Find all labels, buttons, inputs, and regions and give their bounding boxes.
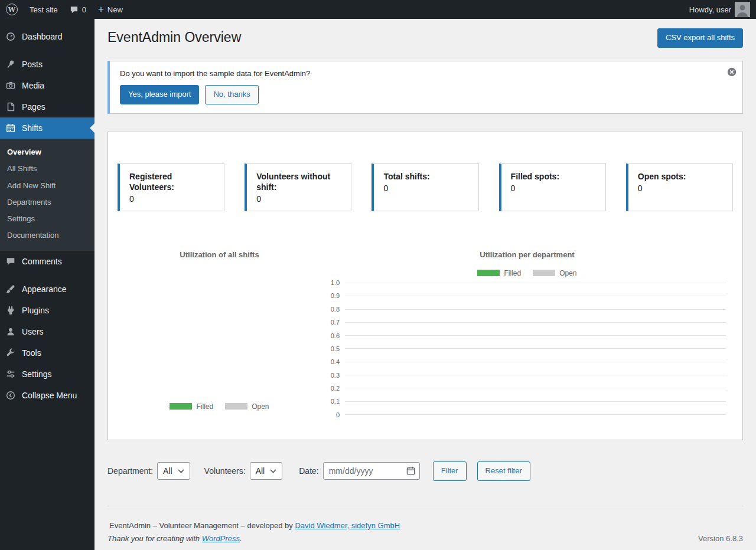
stat-value: 0 xyxy=(638,184,723,193)
sidebar-item-label: Shifts xyxy=(22,123,43,133)
admin-bar-left: W Test site 0 + New xyxy=(0,0,129,19)
credit-text: EventAdmin – Volunteer Management – deve… xyxy=(109,521,295,530)
sidebar-item-users[interactable]: Users xyxy=(0,321,94,342)
sliders-icon xyxy=(5,368,17,380)
my-account-menu[interactable]: Howdy, user xyxy=(683,0,756,19)
stats-row: Registered Volunteers: 0 Volunteers with… xyxy=(118,163,733,211)
comments-icon xyxy=(5,256,17,267)
chart-gridlines xyxy=(345,283,726,415)
document-icon xyxy=(5,101,17,113)
thank-you-text: Thank you for creating with WordPress. xyxy=(107,534,242,543)
shifts-submenu: Overview All Shifts Add New Shift Depart… xyxy=(0,139,94,251)
content-area: EventAdmin Overview CSV export all shift… xyxy=(94,0,756,550)
sidebar-item-comments[interactable]: Comments xyxy=(0,251,94,272)
utilization-per-department-chart: Utilization per department Filled Open xyxy=(321,250,733,415)
notice-message: Do you want to import the sample data fo… xyxy=(120,69,716,78)
date-input[interactable] xyxy=(323,462,420,480)
menu-separator xyxy=(0,47,94,54)
sidebar-subitem-overview[interactable]: Overview xyxy=(0,144,94,161)
chevron-down-icon xyxy=(270,469,276,473)
notice-buttons: Yes, please import No, thanks xyxy=(120,85,716,104)
reset-filter-button[interactable]: Reset filter xyxy=(477,461,530,481)
sidebar-item-shifts[interactable]: Shifts xyxy=(0,117,94,139)
sidebar-item-label: Collapse Menu xyxy=(22,390,77,401)
csv-export-button[interactable]: CSV export all shifts xyxy=(657,28,743,48)
sidebar-item-label: Media xyxy=(22,80,44,91)
wordpress-logo-icon: W xyxy=(6,4,18,15)
sidebar-item-label: Comments xyxy=(22,256,62,267)
sidebar-subitem-documentation[interactable]: Documentation xyxy=(0,227,94,244)
sidebar-item-posts[interactable]: Posts xyxy=(0,54,94,75)
avatar xyxy=(735,2,750,17)
sidebar-subitem-settings[interactable]: Settings xyxy=(0,211,94,227)
legend-item-open[interactable]: Open xyxy=(225,402,269,411)
site-name-menu[interactable]: Test site xyxy=(24,0,64,19)
stat-label: Total shifts: xyxy=(383,171,468,182)
filled-swatch xyxy=(170,403,192,410)
wordpress-menu[interactable]: W xyxy=(0,0,24,19)
legend-label: Open xyxy=(559,269,576,277)
page-title: EventAdmin Overview xyxy=(107,29,241,47)
sidebar-subitem-departments[interactable]: Departments xyxy=(0,194,94,211)
paintbrush-icon xyxy=(5,283,17,295)
chart-title: Utilization of all shifts xyxy=(118,250,321,259)
import-yes-button[interactable]: Yes, please import xyxy=(120,85,199,104)
developer-link[interactable]: David Wiedmer, sidefyn GmbH xyxy=(295,521,400,530)
comments-count: 0 xyxy=(82,5,86,14)
wordpress-link[interactable]: WordPress xyxy=(202,534,240,543)
filter-bar: Department: All Volunteers: All Date: xyxy=(107,461,743,481)
sidebar-item-label: Appearance xyxy=(22,284,67,294)
stat-value: 0 xyxy=(129,194,214,204)
sidebar-item-dashboard[interactable]: Dashboard xyxy=(0,26,94,47)
sidebar-subitem-all-shifts[interactable]: All Shifts xyxy=(0,161,94,177)
new-label: New xyxy=(107,5,123,14)
admin-bar: W Test site 0 + New Howdy, user xyxy=(0,0,756,19)
main-content: EventAdmin Overview CSV export all shift… xyxy=(94,19,756,506)
version-label: Version 6.8.3 xyxy=(698,534,743,543)
collapse-arrow-icon xyxy=(5,389,17,401)
new-content-menu[interactable]: + New xyxy=(92,0,129,19)
stat-card-volunteers-without-shift: Volunteers without shift: 0 xyxy=(245,163,351,211)
plus-icon: + xyxy=(98,4,104,14)
bar-chart-plot: 1.0 0.9 0.8 0.7 0.6 0.5 0.4 0.3 0.2 0.1 … xyxy=(321,283,733,415)
collapse-menu-button[interactable]: Collapse Menu xyxy=(0,385,94,406)
legend-label: Open xyxy=(252,402,269,411)
volunteers-select[interactable]: All xyxy=(250,462,283,480)
calendar-icon xyxy=(5,122,17,134)
legend-item-filled[interactable]: Filled xyxy=(477,269,521,277)
sidebar-item-label: Posts xyxy=(22,59,43,70)
department-select[interactable]: All xyxy=(157,462,190,480)
chart-legend: Filled Open xyxy=(118,402,321,411)
sidebar-item-appearance[interactable]: Appearance xyxy=(0,279,94,300)
department-filter-label: Department: xyxy=(107,466,153,476)
sidebar-item-label: Users xyxy=(22,326,44,337)
stat-label: Open spots: xyxy=(638,171,723,182)
stat-card-filled-spots: Filled spots: 0 xyxy=(499,163,606,211)
stat-card-registered-volunteers: Registered Volunteers: 0 xyxy=(118,163,224,211)
sidebar-item-plugins[interactable]: Plugins xyxy=(0,300,94,321)
sidebar-item-settings[interactable]: Settings xyxy=(0,364,94,385)
sidebar-item-label: Settings xyxy=(22,369,52,379)
legend-item-open[interactable]: Open xyxy=(533,269,576,277)
wrench-icon xyxy=(5,347,17,359)
stat-card-total-shifts: Total shifts: 0 xyxy=(372,163,478,211)
sidebar-subitem-add-new-shift[interactable]: Add New Shift xyxy=(0,178,94,194)
sidebar-item-pages[interactable]: Pages xyxy=(0,96,94,117)
utilization-all-shifts-chart: Utilization of all shifts Filled Open xyxy=(118,250,321,411)
import-notice: Do you want to import the sample data fo… xyxy=(107,61,743,114)
stat-value: 0 xyxy=(256,194,341,204)
import-no-button[interactable]: No, thanks xyxy=(205,85,258,104)
open-swatch xyxy=(533,270,555,276)
sidebar-item-media[interactable]: Media xyxy=(0,75,94,96)
filter-button[interactable]: Filter xyxy=(433,461,467,481)
dismiss-notice-icon[interactable] xyxy=(726,67,737,77)
admin-bar-right: Howdy, user xyxy=(683,0,756,19)
date-field-wrap xyxy=(323,462,420,480)
overview-panel: Registered Volunteers: 0 Volunteers with… xyxy=(107,132,743,440)
chevron-down-icon xyxy=(178,469,184,473)
sidebar-item-tools[interactable]: Tools xyxy=(0,342,94,364)
legend-item-filled[interactable]: Filled xyxy=(170,402,213,411)
admin-sidebar: Dashboard Posts Media Pages Shifts Overv… xyxy=(0,19,94,550)
camera-icon xyxy=(5,80,17,91)
comments-shortcut[interactable]: 0 xyxy=(64,0,92,19)
